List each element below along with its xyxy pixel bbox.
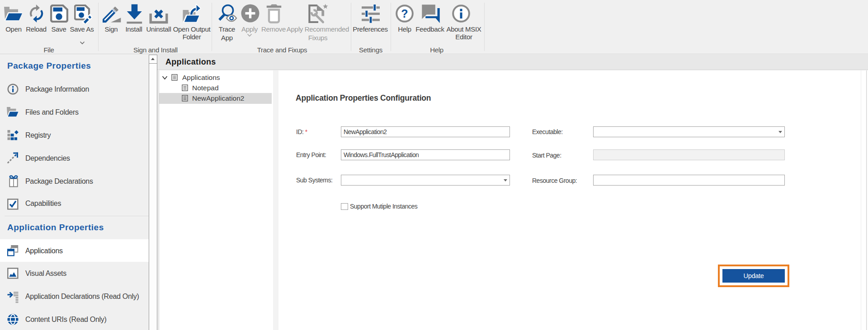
- svg-text:?: ?: [401, 7, 408, 20]
